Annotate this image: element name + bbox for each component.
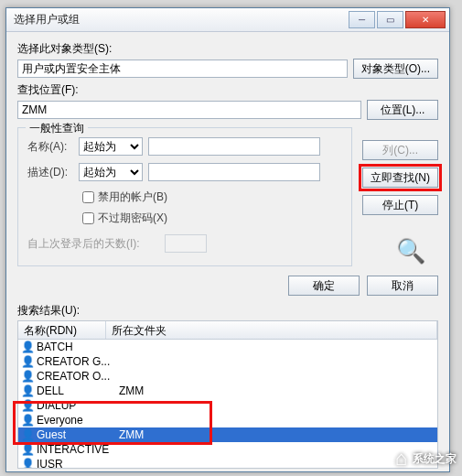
object-type-input[interactable]: [17, 60, 348, 78]
watermark: ⌂ 系统之家: [395, 447, 457, 471]
user-icon: 👤: [20, 443, 35, 456]
close-button[interactable]: ✕: [405, 11, 446, 28]
table-row[interactable]: 👤GuestZMM: [18, 427, 437, 442]
table-row[interactable]: 👤DELLZMM: [18, 384, 437, 398]
col-name[interactable]: 名称(RDN): [18, 321, 106, 339]
side-buttons: 列(C)... 立即查找(N) 停止(T): [362, 140, 438, 215]
stop-button[interactable]: 停止(T): [362, 195, 438, 215]
table-row[interactable]: 👤Everyone: [18, 413, 437, 427]
user-icon: 👤: [20, 384, 35, 397]
name-combo[interactable]: 起始为: [79, 137, 143, 156]
desc-input[interactable]: [148, 163, 320, 181]
dialog-buttons: 确定 取消: [6, 266, 449, 301]
table-row[interactable]: 👤CREATOR G...: [18, 354, 437, 369]
location-label: 查找位置(F):: [17, 82, 438, 98]
noexpire-checkbox[interactable]: 不过期密码(X): [79, 210, 342, 227]
lastlogin-spinner: [165, 234, 207, 253]
user-icon: 👤: [20, 341, 35, 353]
group-title: 一般性查询: [26, 121, 88, 136]
results-table[interactable]: 名称(RDN) 所在文件夹 👤BATCH👤CREATOR G...👤CREATO…: [17, 320, 438, 469]
name-label: 名称(A):: [27, 139, 79, 155]
table-row[interactable]: 👤CREATOR O...: [18, 369, 437, 384]
lastlogin-label: 自上次登录后的天数(I):: [27, 236, 165, 252]
user-icon: 👤: [20, 399, 35, 412]
minimize-button[interactable]: ─: [349, 11, 375, 28]
user-icon: 👤: [20, 355, 35, 368]
maximize-button[interactable]: ▭: [377, 11, 403, 28]
find-now-button[interactable]: 立即查找(N): [362, 168, 438, 188]
titlebar[interactable]: 选择用户或组 ─ ▭ ✕: [6, 8, 449, 32]
columns-button[interactable]: 列(C)...: [362, 140, 438, 160]
table-row[interactable]: 👤IUSR: [18, 457, 437, 469]
cancel-button[interactable]: 取消: [367, 276, 438, 296]
disabled-accounts-checkbox[interactable]: 禁用的帐户(B): [79, 189, 342, 206]
user-icon: 👤: [20, 458, 35, 469]
user-icon: 👤: [20, 414, 35, 427]
query-group: 一般性查询 名称(A): 起始为 描述(D): 起始为 禁用的帐户(B) 不过期…: [17, 127, 352, 266]
location-input[interactable]: [17, 101, 361, 119]
dialog-window: 选择用户或组 ─ ▭ ✕ 选择此对象类型(S): 对象类型(O)... 查找位置…: [5, 7, 450, 472]
table-header: 名称(RDN) 所在文件夹: [18, 321, 437, 340]
object-type-label: 选择此对象类型(S):: [17, 41, 438, 57]
location-button[interactable]: 位置(L)...: [367, 100, 438, 120]
ok-button[interactable]: 确定: [288, 276, 360, 296]
user-icon: 👤: [20, 428, 35, 441]
col-folder[interactable]: 所在文件夹: [106, 321, 437, 339]
object-type-button[interactable]: 对象类型(O)...: [353, 59, 438, 79]
magnifier-icon: 🔍: [396, 237, 425, 265]
desc-label: 描述(D):: [27, 165, 79, 180]
user-icon: 👤: [20, 370, 35, 383]
name-input[interactable]: [148, 137, 320, 156]
table-row[interactable]: 👤BATCH: [18, 340, 437, 354]
results-label: 搜索结果(U):: [6, 301, 449, 320]
title-text: 选择用户或组: [14, 12, 80, 27]
house-icon: ⌂: [395, 447, 407, 471]
desc-combo[interactable]: 起始为: [79, 163, 143, 181]
table-row[interactable]: 👤DIALUP: [18, 398, 437, 413]
table-row[interactable]: 👤INTERACTIVE: [18, 442, 437, 457]
